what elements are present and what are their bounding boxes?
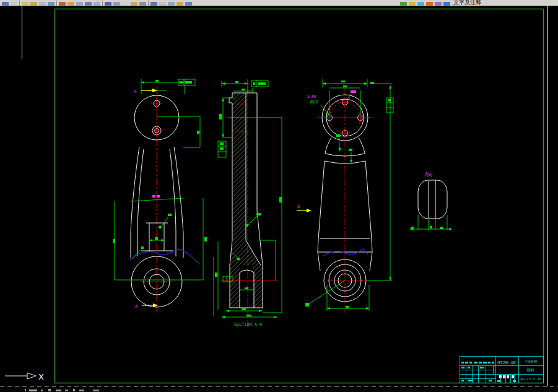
cut-label-top: A (134, 89, 137, 94)
drawing-number: 08.23.8.35 (520, 377, 541, 381)
view-a-label: A向 (425, 172, 433, 178)
section-cut-arrow-side: A (297, 204, 312, 212)
cmd-text-fragment (25, 389, 26, 391)
cmd-text-fragment (29, 390, 37, 391)
cmd-text-fragment (65, 390, 68, 391)
cut-label-bottom: A (135, 304, 138, 309)
section-cut-arrow-top: A (134, 89, 157, 94)
cmd-text-fragment (48, 389, 51, 391)
ucs-icon: X (5, 372, 44, 381)
a-view-dimensions (410, 215, 452, 230)
front-view-dimensions (113, 79, 207, 280)
material-spec: HT20-40 (497, 360, 516, 365)
title-block[interactable]: HT20-40 大连机械 摇杆 08.23.8.35 (460, 357, 544, 383)
cmd-text-fragment (79, 390, 84, 391)
side-view[interactable]: 5-M8 Ø13 A (297, 79, 393, 313)
cmd-text-fragment (56, 390, 61, 391)
a-direction-view[interactable]: A向 (410, 172, 452, 230)
drawing-canvas[interactable]: A A (0, 6, 558, 392)
cmd-text-fragment (41, 390, 43, 391)
section-view[interactable]: SECTION A-A (214, 79, 282, 327)
toolbar-annotation-label: 文字及注释 (453, 0, 481, 6)
side-view-dimensions (305, 79, 393, 311)
toolbar-separator (56, 1, 57, 6)
part-name: 摇杆 (527, 368, 536, 373)
thread-callout: 5-M8 (307, 94, 316, 98)
section-cut-arrow-bottom: A (135, 303, 158, 309)
cmd-text-fragment (93, 390, 99, 391)
cut-label-side: A (297, 204, 300, 209)
toolbar-separator (148, 1, 149, 6)
toolbar-separator (102, 1, 103, 6)
section-title: SECTION A-A (234, 322, 262, 327)
cad-window: 文字及注释 (0, 0, 558, 392)
company-name: 大连机械 (525, 359, 537, 363)
command-line-strip[interactable] (0, 388, 558, 392)
toolbar-icons (0, 1, 450, 6)
hole-callout: Ø13 (310, 100, 318, 105)
cmd-text-fragment (73, 389, 75, 391)
ucs-x-axis-label: X (38, 372, 44, 381)
sheet-frame[interactable] (55, 9, 544, 383)
toolbar-separator (19, 1, 20, 6)
front-view[interactable]: A A (113, 79, 207, 313)
